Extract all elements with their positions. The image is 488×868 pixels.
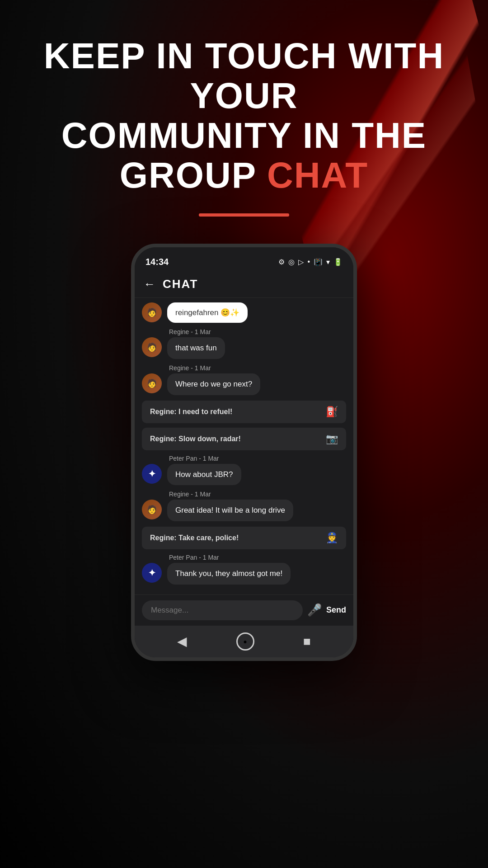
- message-row: 🧑 that was fun: [142, 337, 346, 359]
- bubble-truncated: reingefahren 😊✨: [167, 302, 248, 323]
- app-title: CHAT: [163, 277, 198, 291]
- message-bubble: Great idea! It will be a long drive: [167, 500, 293, 521]
- avatar: ✦: [142, 464, 162, 484]
- message-bubble: How about JBR?: [167, 464, 241, 486]
- list-item: 🧑 reingefahren 😊✨: [142, 302, 346, 323]
- list-item: Peter Pan - 1 Mar ✦ How about JBR?: [142, 455, 346, 486]
- message-row: 🧑 Great idea! It will be a long drive: [142, 500, 346, 521]
- vibrate-icon: 📳: [314, 258, 323, 266]
- message-sender: Peter Pan - 1 Mar: [169, 554, 346, 561]
- status-bar: 14:34 ⚙ ◎ ▷ • 📳 ▾ 🔋: [135, 247, 353, 271]
- back-button[interactable]: ←: [144, 277, 155, 291]
- radar-icon: 📷: [326, 433, 338, 445]
- message-bubble: Where do we go next?: [167, 373, 260, 395]
- avatar: 🧑: [142, 373, 162, 393]
- avatar: 🧑: [142, 500, 162, 519]
- target-icon: ◎: [288, 258, 295, 266]
- status-icons: ⚙ ◎ ▷ • 📳 ▾ 🔋: [278, 258, 343, 266]
- message-row: ✦ How about JBR?: [142, 464, 346, 486]
- send-button[interactable]: Send: [326, 605, 346, 615]
- wifi-icon: ▾: [326, 258, 330, 266]
- avatar: ✦: [142, 563, 162, 583]
- system-message-text: Regine: Slow down, radar!: [150, 435, 241, 443]
- list-item: Regine - 1 Mar 🧑 Where do we go next?: [142, 364, 346, 395]
- message-sender: Regine - 1 Mar: [169, 491, 346, 498]
- nav-bar: ◀ ● ■: [135, 626, 353, 657]
- status-time: 14:34: [145, 257, 169, 267]
- mic-button[interactable]: 🎤: [307, 603, 322, 617]
- home-icon: ●: [243, 638, 247, 645]
- message-bubble: Thank you, they almost got me!: [167, 563, 291, 585]
- list-item: Peter Pan - 1 Mar ✦ Thank you, they almo…: [142, 554, 346, 585]
- app-bar: ← CHAT: [135, 271, 353, 298]
- list-item: Regine - 1 Mar 🧑 Great idea! It will be …: [142, 491, 346, 521]
- play-icon: ▷: [298, 258, 304, 266]
- message-input[interactable]: [142, 600, 303, 620]
- message-sender: Regine - 1 Mar: [169, 328, 346, 335]
- fuel-icon: ⛽: [326, 406, 338, 418]
- headline-line3-white: GROUP: [120, 155, 267, 195]
- message-sender: Peter Pan - 1 Mar: [169, 455, 346, 462]
- battery-icon: 🔋: [333, 258, 343, 266]
- list-item: Regine - 1 Mar 🧑 that was fun: [142, 328, 346, 359]
- system-message: Regine: Slow down, radar! 📷: [142, 428, 346, 450]
- system-message: Regine: I need to refuel! ⛽: [142, 401, 346, 423]
- police-icon: 👮: [326, 532, 338, 544]
- avatar: 🧑: [142, 302, 162, 322]
- settings-icon: ⚙: [278, 258, 285, 266]
- back-nav-button[interactable]: ◀: [177, 634, 187, 649]
- system-message-text: Regine: I need to refuel!: [150, 408, 232, 416]
- message-sender: Regine - 1 Mar: [169, 364, 346, 372]
- headline-divider: [199, 213, 289, 217]
- system-message-text: Regine: Take care, police!: [150, 534, 239, 542]
- page-headline: KEEP IN TOUCH WITH YOUR COMMUNITY IN THE…: [0, 36, 488, 195]
- message-row: ✦ Thank you, they almost got me!: [142, 563, 346, 585]
- input-bar: 🎤 Send: [135, 594, 353, 626]
- square-nav-button[interactable]: ■: [303, 634, 311, 649]
- message-row: 🧑 reingefahren 😊✨: [142, 302, 346, 323]
- avatar: 🧑: [142, 337, 162, 357]
- system-message: Regine: Take care, police! 👮: [142, 527, 346, 549]
- message-row: 🧑 Where do we go next?: [142, 373, 346, 395]
- headline-line1: KEEP IN TOUCH WITH YOUR: [44, 36, 444, 116]
- home-nav-button[interactable]: ●: [236, 632, 254, 651]
- headline-line2: COMMUNITY IN THE: [61, 115, 427, 156]
- phone-mockup: 14:34 ⚙ ◎ ▷ • 📳 ▾ 🔋 ← CHAT 🧑 reingefahr: [131, 244, 357, 661]
- message-bubble: that was fun: [167, 337, 225, 359]
- headline-line3-red: CHAT: [267, 155, 368, 195]
- chat-area: 🧑 reingefahren 😊✨ Regine - 1 Mar 🧑 that …: [135, 298, 353, 594]
- dot-icon: •: [307, 258, 310, 266]
